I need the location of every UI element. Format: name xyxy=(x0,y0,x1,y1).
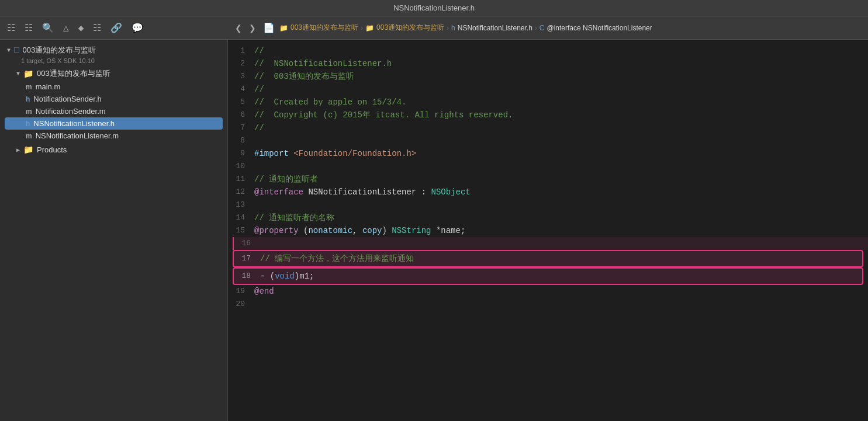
line-number-5: 5 xyxy=(228,96,254,109)
search-icon[interactable]: 🔍 xyxy=(40,21,56,35)
code-content-14: // 通知监听者的名称 xyxy=(254,211,868,224)
project-subtitle: 1 target, OS X SDK 10.10 xyxy=(21,57,223,64)
code-line-12: 12 @interface NSNotificationListener : N… xyxy=(228,186,868,199)
products-triangle: ▶ xyxy=(16,147,20,154)
project-name: 003通知的发布与监听 xyxy=(22,45,96,55)
code-line-8: 8 xyxy=(228,134,868,147)
code-content-15: @property (nonatomic, copy) NSString *na… xyxy=(254,224,868,237)
code-content-19: @end xyxy=(254,285,868,298)
breadcrumb-label-2[interactable]: 003通知的发布与监听 xyxy=(376,23,444,33)
code-content-4: // xyxy=(254,83,868,96)
code-content-9: #import <Foundation/Foundation.h> xyxy=(254,147,868,160)
file-name-main-m: main.m xyxy=(36,82,61,91)
line-number-13: 13 xyxy=(228,199,254,211)
code-content-1: // xyxy=(254,44,868,57)
breadcrumb-folder-icon-1: 📁 xyxy=(279,24,288,32)
code-content-17: // 编写一个方法，这个方法用来监听通知 xyxy=(260,252,862,265)
breadcrumb-item-1[interactable]: 📁 003通知的发布与监听 xyxy=(279,23,358,33)
toolbar-left: ☷ ☷ 🔍 △ ◆ ☷ 🔗 💬 xyxy=(5,21,233,35)
comment-icon[interactable]: 💬 xyxy=(129,21,146,35)
code-line-4: 4 // xyxy=(228,83,868,96)
breadcrumb-folder-icon-2: 📁 xyxy=(365,24,374,32)
file-icon: 📄 xyxy=(261,21,277,35)
code-line-6: 6 // Copyright (c) 2015年 itcast. All rig… xyxy=(228,109,868,121)
title-bar: NSNotificationListener.h xyxy=(0,0,868,16)
line-number-19: 19 xyxy=(228,285,254,298)
project-triangle: ▼ xyxy=(7,47,11,54)
sidebar-products-folder[interactable]: ▶ 📁 Products xyxy=(5,143,223,156)
link-icon[interactable]: 🔗 xyxy=(108,21,125,35)
products-folder-name: Products xyxy=(37,145,67,154)
line-number-7: 7 xyxy=(228,121,254,134)
code-content-6: // Copyright (c) 2015年 itcast. All right… xyxy=(254,109,868,121)
code-content-5: // Created by apple on 15/3/4. xyxy=(254,96,868,109)
code-content-18: - (void)m1; xyxy=(260,270,862,283)
line-number-15: 15 xyxy=(228,224,254,237)
warning-icon[interactable]: △ xyxy=(61,21,71,35)
breadcrumb-item-2[interactable]: 📁 003通知的发布与监听 xyxy=(365,23,444,33)
hierarchy-icon[interactable]: ☷ xyxy=(22,21,35,35)
code-content-2: // NSNotificationListener.h xyxy=(254,57,868,70)
line-number-17: 17 xyxy=(234,252,260,265)
code-line-9: 9 #import <Foundation/Foundation.h> xyxy=(228,147,868,160)
sidebar-file-notif-sender-m[interactable]: m NotificationSender.m xyxy=(5,105,223,117)
code-content-10 xyxy=(254,160,868,173)
project-icon: □ xyxy=(14,46,19,55)
line-number-1: 1 xyxy=(228,44,254,57)
grid-icon[interactable]: ☷ xyxy=(91,21,103,35)
sidebar-file-main-m[interactable]: m main.m xyxy=(5,81,223,93)
code-line-20: 20 xyxy=(228,298,868,311)
line-number-2: 2 xyxy=(228,57,254,70)
code-editor[interactable]: 1 // 2 // NSNotificationListener.h 3 // … xyxy=(228,40,868,421)
breadcrumb-h-icon: h xyxy=(451,24,455,32)
code-content-11: // 通知的监听者 xyxy=(254,173,868,186)
folder-icon[interactable]: ☷ xyxy=(5,21,18,35)
file-type-m-icon-2: m xyxy=(26,107,32,116)
code-line-7: 7 // xyxy=(228,121,868,134)
line-number-6: 6 xyxy=(228,109,254,121)
breadcrumb-item-4[interactable]: C @interface NSNotificationListener xyxy=(540,24,652,32)
code-line-15: 15 @property (nonatomic, copy) NSString … xyxy=(228,224,868,237)
code-content-20 xyxy=(254,298,868,311)
sidebar-project: ▼ □ 003通知的发布与监听 1 target, OS X SDK 10.10… xyxy=(0,40,227,160)
nav-back-button[interactable]: ❮ xyxy=(233,22,244,34)
line-number-14: 14 xyxy=(228,211,254,224)
source-icon[interactable]: ◆ xyxy=(76,21,87,35)
code-content-13 xyxy=(254,199,868,211)
sidebar-file-listener-h[interactable]: h NSNotificationListener.h xyxy=(5,117,223,130)
code-line-14: 14 // 通知监听者的名称 xyxy=(228,211,868,224)
line-number-8: 8 xyxy=(228,134,254,147)
folder-triangle: ▼ xyxy=(16,71,20,77)
line-number-10: 10 xyxy=(228,160,254,173)
sidebar-file-notif-sender-h[interactable]: h NotificationSender.h xyxy=(5,93,223,105)
breadcrumb-label-1[interactable]: 003通知的发布与监听 xyxy=(291,23,358,33)
folder-icon-item: 📁 xyxy=(23,69,33,79)
line-number-16: 16 xyxy=(234,237,260,250)
toolbar: ☷ ☷ 🔍 △ ◆ ☷ 🔗 💬 ❮ ❯ 📄 📁 003通知的发布与监听 › 📁 … xyxy=(0,16,868,40)
project-root[interactable]: ▼ □ 003通知的发布与监听 xyxy=(5,43,223,57)
breadcrumb-interface-icon: C xyxy=(540,24,545,32)
code-content-16 xyxy=(260,237,868,250)
sidebar-folder[interactable]: ▼ 📁 003通知的发布与监听 xyxy=(5,67,223,81)
code-content-12: @interface NSNotificationListener : NSOb… xyxy=(254,186,868,199)
file-type-h-icon-2: h xyxy=(26,120,30,128)
breadcrumb-sep-3: › xyxy=(535,24,537,32)
file-type-m-icon: m xyxy=(26,83,32,91)
products-folder-icon: 📁 xyxy=(23,145,33,155)
code-line-3: 3 // 003通知的发布与监听 xyxy=(228,70,868,83)
breadcrumb-sep-1: › xyxy=(361,24,363,32)
code-area: 1 // 2 // NSNotificationListener.h 3 // … xyxy=(228,40,868,315)
folder-name: 003通知的发布与监听 xyxy=(37,68,110,79)
code-content-3: // 003通知的发布与监听 xyxy=(254,70,868,83)
breadcrumb-sep-2: › xyxy=(447,24,449,32)
line-number-20: 20 xyxy=(228,298,254,311)
breadcrumb-label-3[interactable]: NSNotificationListener.h xyxy=(458,24,532,32)
file-name-sender-m: NotificationSender.m xyxy=(36,107,106,116)
sidebar-file-listener-m[interactable]: m NSNotificationListener.m xyxy=(5,130,223,142)
breadcrumb-label-4[interactable]: @interface NSNotificationListener xyxy=(547,24,652,32)
nav-forward-button[interactable]: ❯ xyxy=(247,22,258,34)
breadcrumb-item-3[interactable]: h NSNotificationListener.h xyxy=(451,24,532,32)
line-number-9: 9 xyxy=(228,147,254,160)
sidebar: ▼ □ 003通知的发布与监听 1 target, OS X SDK 10.10… xyxy=(0,40,228,421)
breadcrumb: 📁 003通知的发布与监听 › 📁 003通知的发布与监听 › h NSNoti… xyxy=(279,23,652,33)
